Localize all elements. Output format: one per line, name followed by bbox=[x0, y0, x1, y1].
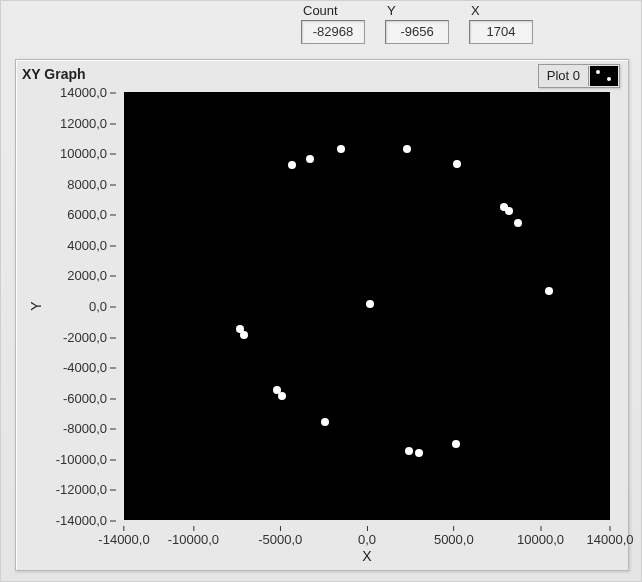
data-point bbox=[366, 300, 374, 308]
data-point bbox=[337, 145, 345, 153]
y-tick: 6000,0 bbox=[67, 207, 116, 222]
x-axis-ticks: -14000,0-10000,0-5000,00,05000,010000,01… bbox=[124, 520, 610, 544]
x-tick: 10000,0 bbox=[517, 526, 564, 547]
legend-label: Plot 0 bbox=[539, 66, 589, 86]
data-point bbox=[452, 440, 460, 448]
plot-area[interactable] bbox=[124, 92, 610, 520]
x-tick: 0,0 bbox=[358, 526, 376, 547]
y-tick: 12000,0 bbox=[60, 115, 116, 130]
y-tick: -12000,0 bbox=[56, 482, 116, 497]
y-tick: -6000,0 bbox=[63, 390, 116, 405]
y-tick: 14000,0 bbox=[60, 85, 116, 100]
x-tick: 14000,0 bbox=[587, 526, 634, 547]
count-value[interactable]: -82968 bbox=[301, 20, 365, 44]
main-panel: Count -82968 Y -9656 X 1704 XY Graph Plo… bbox=[0, 0, 642, 582]
data-point bbox=[240, 331, 248, 339]
y-label: Y bbox=[387, 3, 396, 18]
y-axis-ticks: 14000,012000,010000,08000,06000,04000,02… bbox=[16, 92, 120, 520]
y-tick: -10000,0 bbox=[56, 451, 116, 466]
data-point bbox=[403, 145, 411, 153]
data-point bbox=[505, 207, 513, 215]
x-tick: 5000,0 bbox=[434, 526, 474, 547]
legend-swatch-icon bbox=[590, 66, 618, 86]
count-label: Count bbox=[303, 3, 338, 18]
y-value[interactable]: -9656 bbox=[385, 20, 449, 44]
top-fields: Count -82968 Y -9656 X 1704 bbox=[301, 3, 533, 44]
legend[interactable]: Plot 0 bbox=[538, 64, 620, 88]
xy-graph[interactable]: XY Graph Plot 0 Y X 14000,012000,010000,… bbox=[15, 59, 629, 571]
y-tick: -4000,0 bbox=[63, 360, 116, 375]
y-tick: 10000,0 bbox=[60, 146, 116, 161]
x-label: X bbox=[471, 3, 480, 18]
data-point bbox=[514, 219, 522, 227]
y-tick: 4000,0 bbox=[67, 237, 116, 252]
y-tick: 2000,0 bbox=[67, 268, 116, 283]
x-field: X 1704 bbox=[469, 3, 533, 44]
x-axis-title: X bbox=[124, 548, 610, 564]
data-point bbox=[415, 449, 423, 457]
y-tick: -8000,0 bbox=[63, 421, 116, 436]
data-point bbox=[405, 447, 413, 455]
data-point bbox=[545, 287, 553, 295]
data-point bbox=[453, 160, 461, 168]
y-tick: 0,0 bbox=[89, 299, 116, 314]
y-field: Y -9656 bbox=[385, 3, 449, 44]
x-tick: -5000,0 bbox=[258, 526, 302, 547]
count-field: Count -82968 bbox=[301, 3, 365, 44]
y-tick: -2000,0 bbox=[63, 329, 116, 344]
data-point bbox=[278, 392, 286, 400]
x-value[interactable]: 1704 bbox=[469, 20, 533, 44]
graph-title: XY Graph bbox=[22, 66, 86, 82]
x-tick: -14000,0 bbox=[98, 526, 149, 547]
y-tick: 8000,0 bbox=[67, 176, 116, 191]
data-point bbox=[321, 418, 329, 426]
data-point bbox=[306, 155, 314, 163]
data-point bbox=[288, 161, 296, 169]
x-tick: -10000,0 bbox=[168, 526, 219, 547]
